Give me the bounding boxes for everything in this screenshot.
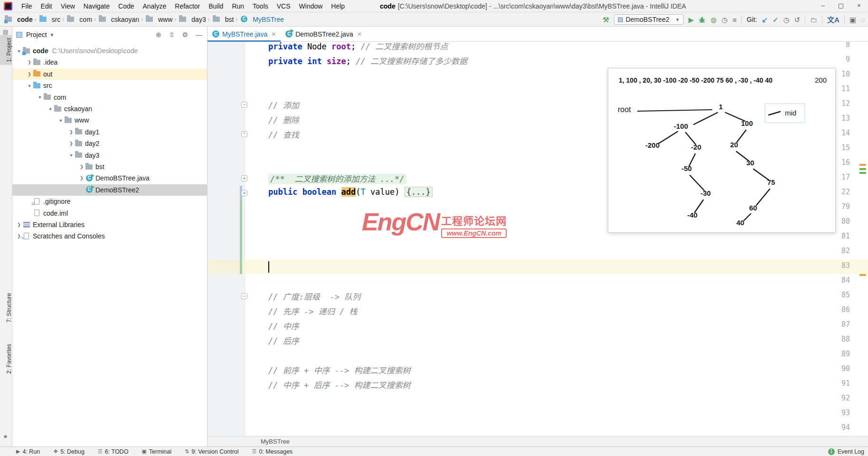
settings-gear-icon[interactable]: ⚙	[182, 31, 188, 38]
code-line-89[interactable]: 89	[208, 348, 868, 362]
tree-item-DemoBSTree2[interactable]: CDemoBSTree2	[12, 184, 207, 196]
code-line-9[interactable]: 9private int size; // 二叉搜索树存储了多少数据	[208, 53, 868, 68]
chevron-right-icon[interactable]: ❯	[27, 60, 32, 65]
git-commit-icon[interactable]: ✓	[773, 16, 779, 23]
code-line-92[interactable]: 92	[208, 392, 868, 407]
tree-item-out[interactable]: ❯out	[12, 68, 207, 80]
code-line-84[interactable]: 84	[208, 274, 868, 289]
breadcrumb-item-src[interactable]: src	[38, 16, 61, 23]
menu-item-code[interactable]: Code	[114, 0, 138, 12]
code-line-93[interactable]: 93	[208, 407, 868, 421]
tree-item-DemoBSTree.java[interactable]: ❯CDemoBSTree.java	[12, 172, 207, 184]
chevron-right-icon[interactable]: ❯	[27, 72, 32, 76]
chevron-right-icon[interactable]: ❯	[68, 141, 74, 146]
tree-item-External-Libraries[interactable]: ❯External Libraries	[12, 219, 207, 230]
tree-item-com[interactable]: ▾com	[12, 92, 207, 103]
hide-panel-icon[interactable]: —	[196, 31, 202, 38]
statusbar-0-messages[interactable]: ☰0: Messages	[252, 448, 293, 455]
code-line-90[interactable]: 90// 前序 + 中序 --> 构建二叉搜索树	[208, 362, 868, 377]
breadcrumb-item-day3[interactable]: day3	[178, 16, 206, 23]
event-log-button[interactable]: Event Log	[838, 448, 864, 455]
favorites-star-icon[interactable]: ★	[3, 433, 8, 440]
tree-item-bst[interactable]: ❯bst	[12, 161, 207, 172]
debug-button[interactable]	[698, 16, 706, 23]
menu-item-navigate[interactable]: Navigate	[79, 0, 114, 12]
tree-item-src[interactable]: ▾src	[12, 80, 207, 91]
menu-item-run[interactable]: Run	[227, 0, 248, 12]
menu-item-vcs[interactable]: VCS	[273, 0, 295, 12]
chevron-down-icon[interactable]: ▾	[27, 83, 32, 88]
menu-item-view[interactable]: View	[57, 0, 79, 12]
maximize-button[interactable]: ▢	[832, 0, 850, 12]
chevron-down-icon[interactable]: ▾	[37, 95, 43, 100]
tab-close-icon[interactable]: ✕	[357, 31, 362, 38]
tree-item-code[interactable]: ▾codeC:\Users\snow\Desktop\code	[12, 45, 207, 57]
breadcrumb-item-code[interactable]: code	[4, 16, 33, 23]
menu-item-analyze[interactable]: Analyze	[139, 0, 171, 12]
statusbar-5-debug[interactable]: ❖5: Debug	[53, 448, 85, 455]
menu-item-tools[interactable]: Tools	[248, 0, 273, 12]
code-line-86[interactable]: 86// 先序 -> 递归 / 栈	[208, 304, 868, 318]
chevron-down-icon[interactable]: ▾	[16, 48, 22, 54]
project-structure-icon[interactable]: 🗀	[810, 16, 817, 23]
tree-item-day1[interactable]: ❯day1	[12, 126, 207, 138]
git-history-icon[interactable]: ◷	[783, 16, 789, 23]
statusbar-6-todo[interactable]: ☰6: TODO	[98, 448, 128, 455]
tree-item-Scratches-and-Consoles[interactable]: ❯✎Scratches and Consoles	[12, 230, 207, 242]
code-line-82[interactable]: 82	[208, 245, 868, 259]
close-button[interactable]: ×	[850, 0, 868, 12]
menu-item-edit[interactable]: Edit	[37, 0, 57, 12]
tab-close-icon[interactable]: ✕	[271, 31, 276, 38]
chevron-right-icon[interactable]: ❯	[68, 130, 74, 134]
translate-icon[interactable]: 文A	[827, 16, 840, 23]
chevron-down-icon[interactable]: ▾	[58, 118, 64, 123]
tool-button-favorites[interactable]: 2: Favorites	[0, 341, 12, 377]
search-everywhere-icon[interactable]: ◌	[861, 16, 865, 23]
profiler-button[interactable]: ◷	[721, 16, 727, 23]
git-rollback-icon[interactable]: ↺	[794, 16, 800, 23]
tree-item-day3[interactable]: ▾day3	[12, 150, 207, 161]
build-hammer-icon[interactable]: ⚒	[603, 16, 609, 23]
chevron-down-icon[interactable]: ▾	[47, 106, 53, 112]
code-line-8[interactable]: 8private Node root; // 二叉搜索树的根节点	[208, 42, 868, 53]
project-panel-title[interactable]: Project	[26, 31, 47, 38]
statusbar-4-run[interactable]: ▶4: Run	[16, 448, 40, 455]
code-line-85[interactable]: 85−// 广度:层级 -> 队列	[208, 289, 868, 304]
code-line-91[interactable]: 91// 中序 + 后序 --> 构建二叉搜索树	[208, 377, 868, 392]
minimize-button[interactable]: –	[814, 0, 832, 12]
git-update-icon[interactable]: ↙	[762, 16, 768, 23]
tab-MyBSTree.java[interactable]: CMyBSTree.java✕	[208, 27, 281, 41]
tree-item-.idea[interactable]: ❯.idea	[12, 57, 207, 68]
menu-item-window[interactable]: Window	[295, 0, 327, 12]
run-configuration-select[interactable]: DemoBSTree2 ▼	[614, 14, 684, 25]
code-line-83[interactable]: 83	[208, 259, 868, 274]
chevron-right-icon[interactable]: ❯	[16, 222, 22, 227]
editor-breadcrumb[interactable]: MyBSTree	[208, 436, 868, 446]
statusbar-9-version-control[interactable]: ⇅9: Version Control	[185, 448, 239, 455]
locate-file-icon[interactable]: ⊕	[156, 31, 161, 38]
tool-button-structure[interactable]: 7: Structure	[0, 290, 12, 325]
menu-item-build[interactable]: Build	[204, 0, 227, 12]
statusbar-terminal[interactable]: ▣Terminal	[142, 448, 171, 455]
code-line-87[interactable]: 87// 中序	[208, 318, 868, 333]
chevron-right-icon[interactable]: ❯	[79, 176, 85, 180]
menu-item-refactor[interactable]: Refactor	[170, 0, 204, 12]
tree-item-www[interactable]: ▾www	[12, 114, 207, 126]
tree-item-day2[interactable]: ❯day2	[12, 138, 207, 149]
code-line-88[interactable]: 88// 后序	[208, 333, 868, 348]
tab-DemoBSTree2.java[interactable]: CDemoBSTree2.java✕	[281, 27, 367, 41]
run-anything-icon[interactable]: ▣	[849, 16, 856, 23]
breadcrumb-item-www[interactable]: www	[145, 16, 172, 23]
tree-item-cskaoyan[interactable]: ▾cskaoyan	[12, 103, 207, 114]
chevron-down-icon[interactable]: ▾	[68, 152, 74, 158]
menu-item-file[interactable]: File	[17, 0, 37, 12]
menu-item-help[interactable]: Help	[327, 0, 349, 12]
tree-item-.gitignore[interactable]: ⊘.gitignore	[12, 196, 207, 207]
tool-button-project[interactable]: 1: Project	[0, 35, 12, 65]
breadcrumb-item-cskaoyan[interactable]: cskaoyan	[98, 16, 139, 23]
breadcrumb-item-MyBSTree[interactable]: CMyBSTree	[239, 16, 284, 23]
tree-item-code.iml[interactable]: code.iml	[12, 208, 207, 219]
breadcrumb-item-com[interactable]: com	[66, 16, 92, 23]
breadcrumb-item-bst[interactable]: bst	[212, 16, 234, 23]
code-line-94[interactable]: 94	[208, 421, 868, 436]
